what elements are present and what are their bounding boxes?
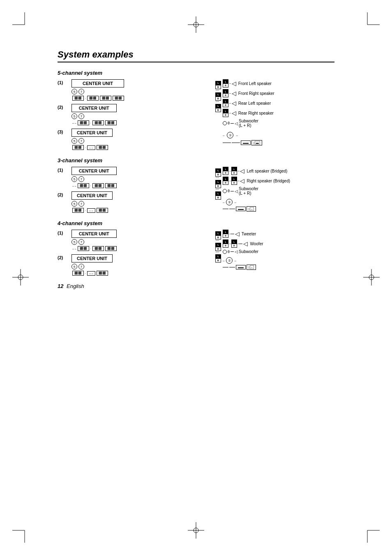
instance-4ch-1: (1) CENTER UNIT 5 7 – – ⬛⬛ · ⬛⬛ ⬛⬛: [58, 230, 214, 251]
output-rear-left: Rear Left speaker: [238, 101, 271, 106]
circle-5-3ch-2: 5: [71, 201, 77, 207]
center-unit-3ch-2: CENTER UNIT: [71, 191, 113, 200]
inst-num-5ch-1: (1): [58, 79, 69, 85]
circle-5-4ch-2: 5: [71, 264, 77, 269]
inst-num-5ch-3: (3): [58, 129, 69, 134]
output-rear-right: Rear Right speaker: [238, 111, 274, 115]
page-title: System examples: [58, 49, 334, 62]
inst-num-4ch-2: (2): [58, 254, 69, 260]
circle-7-5ch-2: 7: [78, 113, 84, 119]
inst-num-3ch-1: (1): [58, 167, 69, 173]
circle-5-5ch-1: 5: [71, 89, 77, 94]
inst-num-4ch-1: (1): [58, 230, 69, 235]
center-unit-4ch-1: CENTER UNIT: [71, 230, 117, 238]
output-right-bridged: Right speaker (Bridged): [247, 179, 290, 183]
circle-7-5ch-3: 7: [78, 138, 84, 144]
circle-5-3ch-1: 5: [71, 176, 77, 182]
section-title-5ch: 5-channel system: [58, 70, 334, 76]
circle-7-3ch-2: 7: [78, 201, 84, 207]
center-unit-5ch-3: CENTER UNIT: [71, 129, 113, 137]
output-subwoofer-5ch: Subwoofer: [239, 119, 258, 123]
circle-7-5ch-1: 7: [78, 89, 84, 94]
section-four-channel: 4-channel system (1) CENTER UNIT 5 7 – –: [58, 220, 334, 277]
output-tweeter: Tweeter: [242, 232, 256, 236]
circle-5-5ch-2: 5: [71, 113, 77, 119]
output-subwoofer-4ch: Subwoofer: [239, 249, 258, 254]
output-subwoofer-3ch: Subwoofer: [239, 187, 258, 191]
svg-point-13: [18, 275, 23, 280]
instance-5ch-3: (3) CENTER UNIT 5 7 ⬛⬛ · – – ⬛⬛: [58, 129, 214, 150]
section-title-3ch: 3-channel system: [58, 157, 334, 164]
instance-5ch-2: (2) CENTER UNIT 5 7 – – ⬛⬛ · ⬛⬛ ⬛⬛: [58, 104, 214, 125]
section-three-channel: 3-channel system (1) CENTER UNIT 5 7 – –: [58, 157, 334, 214]
output-front-left: Front Left speaker: [238, 81, 272, 86]
instance-4ch-2: (2) CENTER UNIT 5 7 ⬛⬛ · – – ⬛⬛: [58, 254, 214, 276]
instance-3ch-1: (1) CENTER UNIT 5 7 – – ⬛⬛ · ⬛⬛ ⬛⬛: [58, 167, 214, 188]
circle-5-4ch-1: 5: [71, 239, 77, 245]
output-left-bridged: Left speaker (Bridged): [247, 169, 287, 173]
section-five-channel: 5-channel system (1) CENTER UNIT 5 7 ⬛⬛: [58, 70, 334, 152]
svg-point-16: [369, 275, 374, 280]
inst-num-5ch-2: (2): [58, 104, 69, 110]
instance-5ch-1: (1) CENTER UNIT 5 7 ⬛⬛ · ⬛⬛ ⬛⬛ ⬛⬛: [58, 79, 214, 101]
section-title-4ch: 4-channel system: [58, 220, 334, 226]
center-unit-4ch-2: CENTER UNIT: [71, 254, 113, 263]
center-unit-5ch-1: CENTER UNIT: [71, 79, 124, 88]
page-number: 12 English: [58, 283, 334, 289]
instance-3ch-2: (2) CENTER UNIT 5 7 ⬛⬛ · – – ⬛⬛: [58, 191, 214, 213]
circle-7-4ch-1: 7: [78, 239, 84, 245]
inst-num-3ch-2: (2): [58, 191, 69, 197]
circle-7-4ch-2: 7: [78, 264, 84, 269]
center-unit-3ch-1: CENTER UNIT: [71, 167, 117, 175]
circle-5-5ch-3: 5: [71, 138, 77, 144]
svg-point-19: [194, 528, 198, 533]
output-woofer: Woofer: [250, 242, 263, 246]
circle-7-3ch-1: 7: [78, 176, 84, 182]
output-front-right: Front Right speaker: [238, 91, 274, 96]
center-unit-5ch-2: CENTER UNIT: [71, 104, 117, 112]
